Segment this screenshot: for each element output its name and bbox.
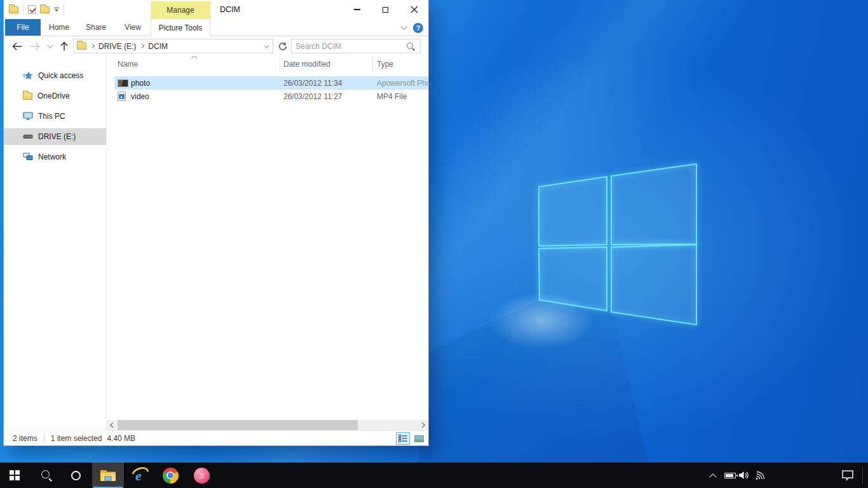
column-header-type[interactable]: Type	[377, 60, 393, 69]
file-date-modified: 26/03/2012 11:34	[283, 79, 342, 88]
column-separator[interactable]	[372, 57, 373, 72]
file-name: photo	[131, 79, 150, 88]
back-button[interactable]	[11, 42, 23, 51]
view-toggle-buttons	[396, 432, 426, 445]
quick-access-star-icon	[23, 71, 33, 80]
scrollbar-thumb[interactable]	[118, 420, 358, 430]
up-arrow-icon	[60, 41, 69, 51]
wifi-icon	[755, 470, 766, 480]
chrome-button[interactable]	[155, 463, 186, 488]
minimize-button[interactable]	[342, 0, 371, 19]
column-separator[interactable]	[280, 57, 280, 72]
tab-home[interactable]: Home	[41, 19, 78, 36]
recent-locations-dropdown[interactable]	[47, 44, 51, 48]
tab-view[interactable]: View	[114, 19, 151, 36]
internet-explorer-button[interactable]: e	[125, 463, 155, 488]
qat-properties-icon[interactable]	[28, 5, 36, 14]
sidebar-item-label: This PC	[38, 112, 65, 121]
column-header-date-modified[interactable]: Date modified	[283, 60, 330, 69]
sidebar-item-network[interactable]: Network	[4, 149, 106, 165]
window-body: Quick access OneDrive This PC	[4, 56, 428, 430]
search-icon	[40, 469, 53, 482]
file-row-photo[interactable]: photo 26/03/2012 11:34 Apowersoft Pho	[107, 76, 428, 90]
close-button[interactable]	[400, 0, 428, 19]
volume-tray-icon[interactable]	[737, 463, 751, 488]
column-header-name[interactable]: Name	[118, 60, 138, 69]
file-type: MP4 File	[377, 92, 428, 101]
maximize-icon	[383, 7, 388, 13]
taskbar-file-explorer-button[interactable]	[92, 463, 124, 488]
contextual-group-manage[interactable]: Manage	[151, 1, 210, 19]
show-hidden-icons-button[interactable]	[707, 463, 719, 488]
sidebar-item-this-pc[interactable]: This PC	[4, 108, 106, 125]
chevron-right-icon	[419, 423, 424, 428]
navigation-pane: Quick access OneDrive This PC	[4, 56, 107, 430]
action-center-icon	[841, 470, 854, 481]
search-box	[291, 39, 421, 53]
ribbon-tab-row: File Home Share View Picture Tools ?	[4, 19, 428, 36]
tab-picture-tools[interactable]: Picture Tools	[151, 19, 210, 36]
breadcrumb-dcim[interactable]: DCIM	[148, 42, 168, 51]
help-button[interactable]: ?	[413, 23, 423, 33]
qat-folder-icon[interactable]	[9, 6, 18, 13]
ribbon-right-controls: ?	[401, 19, 423, 36]
action-center-button[interactable]	[840, 463, 855, 488]
quick-access-toolbar	[9, 0, 64, 19]
chrome-icon	[163, 468, 179, 484]
cortana-icon	[71, 471, 81, 480]
speaker-icon	[738, 470, 750, 480]
file-date-modified: 26/03/2012 11:27	[283, 92, 342, 101]
up-button[interactable]	[60, 41, 69, 51]
column-header-row: Name Date modified Type	[107, 56, 428, 74]
details-view-button[interactable]	[396, 432, 410, 445]
search-input[interactable]	[292, 39, 406, 53]
qat-customize-dropdown-icon[interactable]	[54, 8, 59, 11]
onedrive-folder-icon	[23, 93, 32, 100]
mp4-file-icon	[118, 92, 126, 101]
large-icons-view-button[interactable]	[412, 432, 426, 445]
breadcrumb-chevron-icon	[140, 44, 144, 48]
sidebar-item-drive-e[interactable]: DRIVE (E:)	[4, 128, 106, 145]
qat-separator	[64, 4, 64, 15]
refresh-button[interactable]	[276, 39, 290, 53]
selection-count: 1 item selected	[51, 434, 102, 443]
breadcrumb-drive[interactable]: DRIVE (E:)	[98, 42, 136, 51]
horizontal-scrollbar[interactable]	[107, 420, 428, 430]
tab-share[interactable]: Share	[78, 19, 114, 36]
file-explorer-window: Manage DCIM File Home Share View Picture…	[4, 0, 428, 445]
sidebar-item-onedrive[interactable]: OneDrive	[4, 88, 106, 104]
network-icon	[23, 152, 33, 161]
address-dropdown-icon[interactable]	[264, 43, 269, 48]
scroll-left-button[interactable]	[107, 420, 117, 430]
itunes-button[interactable]: ♫	[186, 463, 217, 488]
start-button[interactable]	[0, 463, 29, 488]
maximize-button[interactable]	[371, 0, 400, 19]
scroll-right-button[interactable]	[418, 420, 428, 430]
sidebar-item-label: OneDrive	[37, 92, 70, 100]
battery-tray-icon[interactable]	[723, 463, 737, 488]
item-count: 2 items	[13, 434, 37, 443]
forward-button[interactable]	[29, 42, 41, 51]
file-row-video[interactable]: video 26/03/2012 11:27 MP4 File	[107, 90, 428, 103]
window-controls	[342, 0, 428, 19]
tab-file[interactable]: File	[5, 19, 41, 36]
close-icon	[410, 6, 418, 13]
file-name: video	[131, 92, 149, 101]
cortana-button[interactable]	[60, 463, 91, 488]
address-folder-icon	[77, 43, 86, 50]
address-bar[interactable]: DRIVE (E:) DCIM	[73, 39, 273, 53]
search-icon[interactable]	[406, 42, 415, 51]
sidebar-item-quick-access[interactable]: Quick access	[4, 67, 106, 84]
wifi-tray-icon[interactable]	[754, 463, 768, 488]
expand-ribbon-icon[interactable]	[401, 24, 407, 30]
details-view-icon	[398, 435, 407, 442]
taskbar: e ♫	[0, 463, 868, 488]
sidebar-item-label: DRIVE (E:)	[38, 132, 76, 141]
taskbar-search-button[interactable]	[31, 463, 62, 488]
selection-size: 4.40 MB	[107, 434, 135, 443]
chevron-down-icon	[47, 42, 53, 48]
internet-explorer-icon: e	[132, 467, 149, 484]
show-desktop-divider[interactable]	[862, 466, 863, 484]
qat-new-folder-icon[interactable]	[40, 6, 50, 13]
sidebar-item-label: Network	[38, 152, 66, 161]
